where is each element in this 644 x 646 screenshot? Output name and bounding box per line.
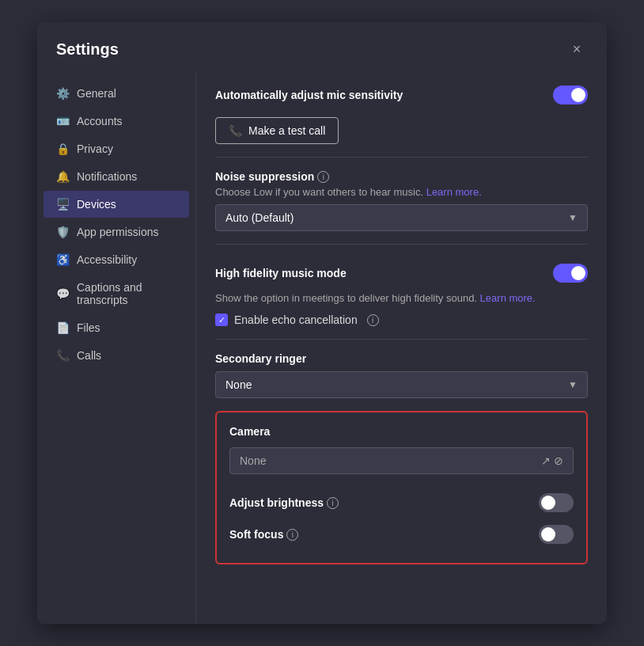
echo-cancellation-row: ✓ Enable echo cancellation i: [215, 314, 588, 326]
sidebar-item-files[interactable]: 📄 Files: [44, 314, 189, 341]
sidebar-label-devices: Devices: [77, 198, 116, 211]
high-fidelity-section: High fidelity music mode Show the option…: [215, 257, 588, 326]
sidebar-item-general[interactable]: ⚙️ General: [44, 80, 189, 107]
soft-focus-label: Soft focus: [229, 528, 283, 541]
accounts-icon: 🪪: [56, 115, 69, 127]
sidebar-label-app-permissions: App permissions: [77, 226, 159, 238]
echo-info-icon[interactable]: i: [367, 314, 379, 326]
camera-section-title: Camera: [229, 425, 574, 438]
high-fidelity-learn-more-link[interactable]: Learn more.: [480, 292, 536, 304]
soft-focus-row: Soft focus i: [229, 519, 574, 550]
sidebar-label-accessibility: Accessibility: [77, 253, 137, 266]
test-call-label: Make a test call: [248, 124, 325, 137]
test-call-button[interactable]: 📞 Make a test call: [215, 117, 339, 144]
sidebar-item-devices[interactable]: 🖥️ Devices: [44, 191, 189, 218]
gear-icon: ⚙️: [56, 87, 69, 100]
sidebar: ⚙️ General 🪪 Accounts 🔒 Privacy 🔔 Notifi…: [37, 73, 195, 624]
noise-info-icon[interactable]: i: [317, 171, 329, 183]
sidebar-label-notifications: Notifications: [77, 170, 137, 183]
toggle-knob-3: [541, 496, 555, 510]
divider-2: [215, 244, 588, 245]
cursor-icon: ↗: [541, 454, 551, 467]
camera-dropdown-value: None: [240, 454, 266, 467]
echo-cancellation-checkbox[interactable]: ✓: [215, 314, 228, 326]
camera-dropdown-icons: ↗ ⊘: [541, 454, 563, 467]
high-fidelity-sublabel-text: Show the option in meetings to deliver h…: [215, 292, 477, 304]
monitor-icon: 🖥️: [56, 198, 69, 211]
adjust-brightness-label: Adjust brightness: [229, 496, 324, 509]
adjust-brightness-label-group: Adjust brightness i: [229, 496, 339, 509]
divider-3: [215, 339, 588, 340]
lock-icon: 🔒: [56, 142, 69, 155]
phone-icon: 📞: [229, 124, 242, 137]
sidebar-item-privacy[interactable]: 🔒 Privacy: [44, 135, 189, 162]
settings-dialog: Settings × ⚙️ General 🪪 Accounts 🔒 Priva…: [37, 22, 607, 624]
sidebar-item-app-permissions[interactable]: 🛡️ App permissions: [44, 218, 189, 245]
noise-label-row: Noise suppression i: [215, 170, 588, 183]
sidebar-item-notifications[interactable]: 🔔 Notifications: [44, 163, 189, 190]
echo-cancellation-label: Enable echo cancellation: [234, 314, 358, 326]
no-camera-icon: ⊘: [554, 454, 563, 467]
accessibility-icon: ♿: [56, 253, 69, 266]
secondary-ringer-section: Secondary ringer None ▼: [215, 352, 588, 398]
camera-section: Camera None ↗ ⊘ Adjust brightness i: [215, 411, 588, 564]
sidebar-label-privacy: Privacy: [77, 142, 113, 155]
adjust-brightness-row: Adjust brightness i: [229, 487, 574, 519]
calls-icon: 📞: [56, 349, 69, 362]
sidebar-item-accounts[interactable]: 🪪 Accounts: [44, 108, 189, 135]
sidebar-item-accessibility[interactable]: ♿ Accessibility: [44, 246, 189, 273]
high-fidelity-sublabel: Show the option in meetings to deliver h…: [215, 292, 588, 304]
dialog-body: ⚙️ General 🪪 Accounts 🔒 Privacy 🔔 Notifi…: [37, 73, 607, 624]
toggle-knob: [571, 88, 585, 102]
soft-focus-label-group: Soft focus i: [229, 528, 298, 541]
dropdown-arrow-icon: ▼: [568, 212, 578, 223]
main-content: Automatically adjust mic sensitivity 📞 M…: [195, 73, 607, 624]
ringer-dropdown-value: None: [225, 378, 252, 391]
high-fidelity-row: High fidelity music mode: [215, 257, 588, 289]
dialog-title: Settings: [56, 40, 119, 59]
high-fidelity-toggle[interactable]: [553, 264, 588, 283]
modal-backdrop: Settings × ⚙️ General 🪪 Accounts 🔒 Priva…: [0, 0, 644, 646]
brightness-info-icon[interactable]: i: [327, 497, 339, 509]
noise-sublabel: Choose Low if you want others to hear mu…: [215, 186, 588, 198]
noise-sublabel-text: Choose Low if you want others to hear mu…: [215, 186, 423, 198]
sidebar-item-calls[interactable]: 📞 Calls: [44, 342, 189, 369]
secondary-ringer-label: Secondary ringer: [215, 352, 306, 365]
auto-mic-toggle[interactable]: [553, 86, 588, 104]
toggle-knob-4: [541, 527, 555, 542]
secondary-ringer-dropdown[interactable]: None ▼: [215, 371, 588, 398]
bell-icon: 🔔: [56, 170, 69, 183]
close-button[interactable]: ×: [566, 38, 588, 60]
noise-suppression-section: Noise suppression i Choose Low if you wa…: [215, 170, 588, 231]
auto-mic-label: Automatically adjust mic sensitivity: [215, 89, 403, 101]
soft-focus-toggle[interactable]: [539, 525, 574, 544]
noise-suppression-label: Noise suppression: [215, 170, 314, 183]
noise-learn-more-link[interactable]: Learn more.: [426, 186, 482, 198]
dialog-header: Settings ×: [37, 22, 607, 73]
noise-dropdown-value: Auto (Default): [225, 211, 294, 224]
high-fidelity-label: High fidelity music mode: [215, 267, 347, 279]
sidebar-label-calls: Calls: [77, 349, 101, 362]
sidebar-item-captions[interactable]: 💬 Captions and transcripts: [44, 274, 189, 314]
caption-icon: 💬: [56, 287, 69, 300]
files-icon: 📄: [56, 321, 69, 334]
sidebar-label-captions: Captions and transcripts: [77, 281, 176, 306]
adjust-brightness-toggle[interactable]: [539, 493, 574, 512]
toggle-knob-2: [571, 266, 585, 280]
sidebar-label-general: General: [77, 87, 116, 100]
divider-1: [215, 157, 588, 158]
soft-focus-info-icon[interactable]: i: [286, 529, 298, 541]
ringer-label-row: Secondary ringer: [215, 352, 588, 365]
sidebar-label-accounts: Accounts: [77, 115, 123, 127]
sidebar-label-files: Files: [77, 321, 100, 334]
auto-mic-row: Automatically adjust mic sensitivity: [215, 79, 588, 111]
shield-icon: 🛡️: [56, 226, 69, 238]
checkmark-icon: ✓: [218, 315, 225, 325]
camera-dropdown[interactable]: None ↗ ⊘: [229, 447, 574, 474]
ringer-dropdown-arrow-icon: ▼: [568, 379, 578, 390]
noise-suppression-dropdown[interactable]: Auto (Default) ▼: [215, 204, 588, 231]
